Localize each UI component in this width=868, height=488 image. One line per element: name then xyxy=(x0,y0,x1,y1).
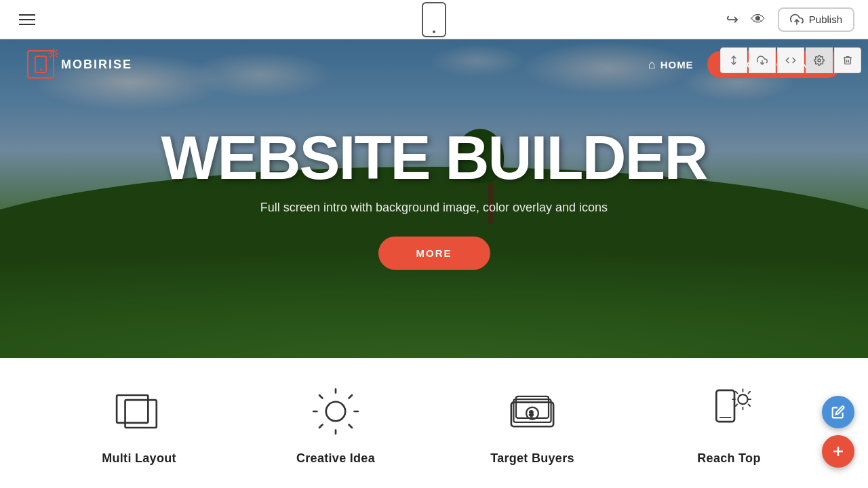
feature-target-buyers: $ Target Buyers xyxy=(434,381,631,466)
nav-home-link[interactable]: ⌂ HOME xyxy=(648,58,694,72)
block-settings-button[interactable] xyxy=(806,47,833,73)
publish-button[interactable]: Publish xyxy=(778,7,854,32)
brand-name: MOBIRISE xyxy=(61,58,132,72)
logo-phone xyxy=(35,56,47,73)
svg-line-6 xyxy=(50,50,51,51)
block-delete-button[interactable] xyxy=(834,47,861,73)
main-content: MOBIRISE ⌂ HOME DOWNLOAD NOW xyxy=(0,39,868,488)
reach-top-label: Reach Top xyxy=(697,451,760,466)
svg-line-39 xyxy=(748,392,750,394)
svg-line-40 xyxy=(736,404,738,406)
logo-sun-icon xyxy=(47,47,60,60)
svg-point-1 xyxy=(51,51,56,56)
cloud-upload-icon xyxy=(790,13,804,26)
edit-fab[interactable] xyxy=(822,396,854,428)
reach-top-icon xyxy=(698,381,760,442)
multi-layout-icon xyxy=(108,381,170,442)
more-button[interactable]: MORE xyxy=(378,237,490,270)
creative-idea-icon xyxy=(305,381,366,442)
features-section: Multi Layout Creative Idea xyxy=(0,358,868,488)
top-toolbar: ↩ 👁 Publish xyxy=(0,0,868,39)
code-icon xyxy=(785,55,796,66)
logo-icon xyxy=(27,50,54,79)
feature-reach-top: Reach Top xyxy=(631,381,827,466)
multi-layout-label: Multi Layout xyxy=(102,451,176,466)
undo-icon[interactable]: ↩ xyxy=(726,11,738,28)
toolbar-center xyxy=(422,2,446,37)
svg-text:$: $ xyxy=(530,409,534,418)
fab-container xyxy=(822,396,854,468)
hero-title: WEBSITE BUILDER xyxy=(161,127,707,188)
svg-line-38 xyxy=(748,404,750,406)
move-icon xyxy=(728,55,739,66)
svg-point-13 xyxy=(818,59,821,62)
menu-icon[interactable] xyxy=(14,9,41,30)
home-label: HOME xyxy=(660,59,694,70)
hero-section: MOBIRISE ⌂ HOME DOWNLOAD NOW xyxy=(0,39,868,358)
trash-icon xyxy=(842,55,853,66)
block-code-button[interactable] xyxy=(777,47,804,73)
block-move-button[interactable] xyxy=(720,47,747,73)
pencil-icon xyxy=(831,405,845,419)
home-icon: ⌂ xyxy=(648,58,656,72)
publish-label: Publish xyxy=(809,14,842,25)
svg-point-16 xyxy=(326,402,345,421)
add-fab[interactable] xyxy=(822,435,854,468)
plus-icon xyxy=(830,443,846,460)
settings-icon xyxy=(814,55,825,66)
svg-line-8 xyxy=(56,50,57,51)
block-toolbar xyxy=(720,47,861,73)
target-buyers-label: Target Buyers xyxy=(490,451,574,466)
svg-line-22 xyxy=(349,425,352,428)
feature-creative-idea: Creative Idea xyxy=(237,381,434,466)
logo: MOBIRISE xyxy=(27,50,132,79)
svg-line-37 xyxy=(736,392,738,394)
hero-subtitle: Full screen intro with background image,… xyxy=(260,201,608,215)
block-download-button[interactable] xyxy=(749,47,776,73)
preview-icon[interactable]: 👁 xyxy=(751,11,766,28)
creative-idea-label: Creative Idea xyxy=(296,451,375,466)
svg-line-9 xyxy=(50,56,51,57)
svg-line-21 xyxy=(319,395,322,398)
download-block-icon xyxy=(757,55,768,66)
toolbar-left xyxy=(14,9,41,30)
svg-point-32 xyxy=(738,394,747,404)
svg-line-23 xyxy=(349,395,352,398)
target-buyers-icon: $ xyxy=(502,381,563,442)
svg-line-24 xyxy=(319,425,322,428)
feature-multi-layout: Multi Layout xyxy=(41,381,237,466)
mobile-preview-icon[interactable] xyxy=(422,2,446,37)
toolbar-right: ↩ 👁 Publish xyxy=(726,7,854,32)
svg-line-7 xyxy=(56,56,57,57)
